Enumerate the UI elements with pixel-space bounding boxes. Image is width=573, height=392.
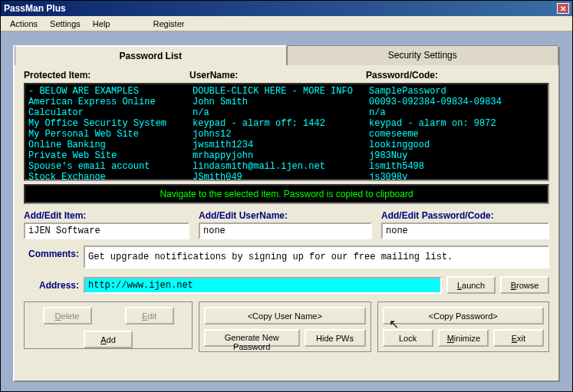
generate-password-button[interactable]: Generate New Password (204, 329, 300, 347)
cell-user: DOUBLE-CLICK HERE - MORE INFO (193, 86, 369, 97)
cell-item: My Office Security System (28, 118, 193, 129)
label-address: Address: (24, 280, 79, 291)
cell-item: Spouse's email account (28, 161, 193, 172)
menu-register[interactable]: Register (147, 18, 190, 30)
menu-help[interactable]: Help (87, 18, 117, 30)
window-title: PassMan Plus (4, 3, 557, 14)
tab-password-list[interactable]: Password List (15, 45, 287, 65)
cell-user: keypad - alarm off: 1442 (193, 118, 369, 129)
button-row: Delete Edit Add <Copy User Name> Generat… (24, 301, 549, 352)
close-button[interactable]: ✕ (557, 3, 569, 14)
copy-user-group: <Copy User Name> Generate New Password H… (199, 301, 371, 352)
label-edit-item: Add/Edit Item: (24, 210, 189, 221)
title-bar: PassMan Plus ✕ (1, 1, 572, 16)
main-panel: Password List Security Settings Protecte… (13, 45, 560, 382)
cell-item: - BELOW ARE EXAMPLES (28, 86, 193, 97)
list-row[interactable]: Online Bankingjwsmith1234lookinggood (25, 140, 548, 150)
app-window: PassMan Plus ✕ Actions Settings Help Reg… (0, 0, 573, 392)
label-comments: Comments: (24, 245, 79, 259)
hide-passwords-button[interactable]: Hide PWs (305, 329, 366, 347)
delete-button[interactable]: Delete (43, 307, 92, 324)
exit-button[interactable]: Exit (493, 329, 544, 347)
cell-item: Online Banking (28, 140, 193, 150)
close-icon: ✕ (560, 5, 566, 13)
cell-pass: comeseeme (369, 129, 545, 140)
cell-user: n/a (193, 107, 369, 118)
cell-pass: 00093-092384-09834-09834 (369, 97, 545, 107)
list-row[interactable]: Calculatorn/an/a (25, 107, 548, 118)
tab-body: Protected Item: UserName: Password/Code:… (15, 47, 558, 361)
cell-pass: lsmith5498 (369, 161, 545, 172)
cell-item: Stock Exchange (28, 172, 193, 181)
header-username: UserName: (189, 70, 366, 81)
content-area: Password List Security Settings Protecte… (1, 31, 572, 391)
menu-bar: Actions Settings Help Register (1, 16, 572, 31)
list-headers: Protected Item: UserName: Password/Code: (24, 70, 549, 81)
input-address[interactable] (84, 277, 442, 294)
input-comments[interactable] (84, 245, 549, 268)
header-protected-item: Protected Item: (24, 70, 189, 81)
copy-password-button[interactable]: <Copy Password> (383, 307, 545, 324)
tab-security-settings[interactable]: Security Settings (287, 45, 559, 65)
menu-actions[interactable]: Actions (4, 18, 44, 30)
cell-user: John Smith (193, 97, 369, 107)
cell-item: Private Web Site (28, 150, 193, 161)
status-message: Navigate to the selected item. Password … (24, 184, 549, 204)
cell-user: lindasmith@mail.ijen.net (193, 161, 369, 172)
label-edit-password: Add/Edit Password/Code: (381, 210, 549, 221)
copy-pass-group: <Copy Password> Lock Minimize Exit (377, 301, 550, 352)
edit-button[interactable]: Edit (125, 307, 174, 324)
cell-user: mrhappyjohn (193, 150, 369, 161)
cell-pass: lookinggood (369, 140, 545, 150)
launch-button[interactable]: Launch (446, 276, 496, 294)
password-list[interactable]: - BELOW ARE EXAMPLESDOUBLE-CLICK HERE - … (24, 83, 549, 181)
cell-item: Calculator (28, 107, 193, 118)
list-row[interactable]: Spouse's email accountlindasmith@mail.ij… (25, 161, 548, 172)
cell-pass: SamplePassword (369, 86, 545, 97)
input-edit-password[interactable] (381, 222, 549, 239)
edit-row: Add/Edit Item: Add/Edit UserName: Add/Ed… (24, 210, 549, 239)
cell-pass: js3098y (369, 172, 545, 181)
list-row[interactable]: American Express OnlineJohn Smith00093-0… (25, 97, 548, 107)
edit-button-group: Delete Edit Add (24, 301, 193, 349)
cell-user: jwsmith1234 (193, 140, 369, 150)
cell-item: My Personal Web Site (28, 129, 193, 140)
cell-user: JSmith049 (193, 172, 369, 181)
lock-button[interactable]: Lock (383, 329, 433, 347)
list-row[interactable]: Stock ExchangeJSmith049js3098y (25, 172, 548, 181)
cell-pass: j983Nuy (369, 150, 545, 161)
list-row[interactable]: My Office Security Systemkeypad - alarm … (25, 118, 548, 129)
address-row: Address: Launch Browse (24, 276, 549, 294)
minimize-button[interactable]: Minimize (438, 329, 489, 347)
header-password: Password/Code: (366, 70, 549, 81)
list-row[interactable]: Private Web Sitemrhappyjohnj983Nuy (25, 150, 548, 161)
copy-username-button[interactable]: <Copy User Name> (204, 307, 366, 324)
list-row[interactable]: - BELOW ARE EXAMPLESDOUBLE-CLICK HERE - … (25, 86, 548, 97)
list-row[interactable]: My Personal Web Sitejohns12comeseeme (25, 129, 548, 140)
cell-pass: n/a (369, 107, 545, 118)
tab-bar: Password List Security Settings (15, 45, 558, 65)
input-edit-username[interactable] (199, 222, 372, 239)
cell-item: American Express Online (28, 97, 193, 107)
label-edit-username: Add/Edit UserName: (199, 210, 372, 221)
cell-pass: keypad - alarm on: 9872 (369, 118, 545, 129)
browse-button[interactable]: Browse (500, 276, 549, 294)
input-edit-item[interactable] (24, 222, 189, 239)
cell-user: johns12 (193, 129, 369, 140)
add-button[interactable]: Add (84, 331, 133, 348)
comments-row: Comments: (24, 245, 549, 268)
menu-settings[interactable]: Settings (44, 18, 87, 30)
